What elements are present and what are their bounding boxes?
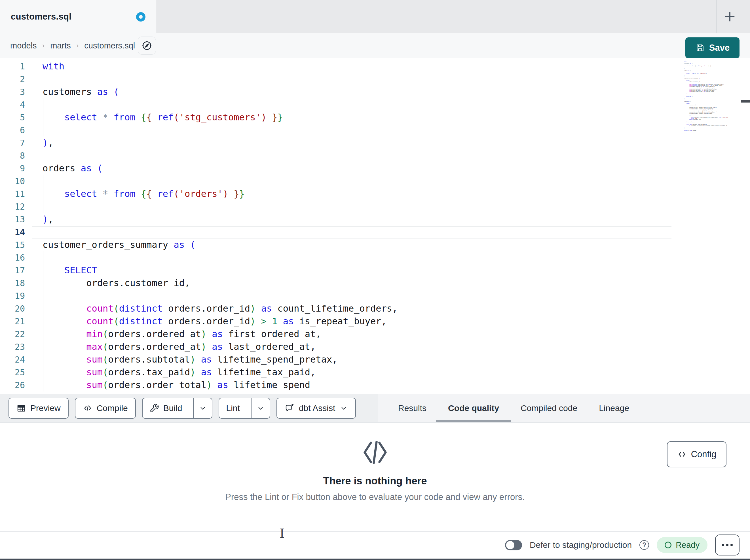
line-number: 4 [0, 98, 25, 111]
defer-label: Defer to staging/production [530, 540, 632, 550]
code-line[interactable]: customer_orders_summary as ( [42, 238, 397, 251]
unsaved-changes-indicator-icon [136, 12, 145, 22]
window-bottom-edge [0, 559, 750, 560]
compile-button[interactable]: Compile [75, 398, 136, 419]
code-line[interactable]: count(distinct orders.order_id) as count… [42, 302, 397, 315]
compass-icon [141, 40, 153, 51]
save-button-label: Save [709, 43, 730, 53]
config-button[interactable]: Config [667, 441, 727, 468]
line-number: 22 [0, 328, 25, 340]
code-line[interactable]: orders as ( [42, 162, 397, 175]
ellipsis-icon [722, 544, 724, 546]
code-line[interactable] [42, 175, 397, 188]
breadcrumb-bar: models › marts › customers.sql [0, 33, 750, 58]
preview-button[interactable]: Preview [8, 398, 68, 419]
save-button[interactable]: Save [685, 37, 739, 58]
code-line[interactable]: max(orders.ordered_at) as last_ordered_a… [42, 340, 397, 353]
scrollbar-track [740, 58, 741, 394]
code-line[interactable] [42, 124, 397, 137]
code-line[interactable]: sum(orders.subtotal) as lifetime_spend_p… [42, 353, 397, 366]
file-navigate-button[interactable] [138, 37, 156, 55]
lint-dropdown-button[interactable] [251, 398, 270, 418]
code-line[interactable]: select * from {{ ref('stg_customers') }} [42, 111, 397, 124]
code-line[interactable] [42, 251, 397, 264]
line-number: 2 [0, 73, 25, 86]
tab-compiled-code[interactable]: Compiled code [520, 394, 577, 422]
tab-lineage[interactable]: Lineage [599, 394, 629, 422]
code-line[interactable]: min(orders.ordered_at) as first_ordered_… [42, 328, 397, 340]
code-line[interactable]: ), [42, 137, 397, 149]
code-brackets-icon [83, 403, 93, 413]
bottom-toolbar: Preview Compile Build [0, 394, 750, 422]
dbt-assist-button[interactable]: dbt Assist [276, 398, 356, 419]
line-number: 26 [0, 379, 25, 392]
line-number: 10 [0, 175, 25, 188]
code-line[interactable] [42, 98, 397, 111]
status-circle-icon [665, 542, 671, 548]
code-line[interactable]: customers as ( [42, 86, 397, 98]
build-button[interactable]: Build [143, 398, 189, 418]
lint-label: Lint [226, 403, 240, 413]
empty-state-subtitle: Press the Lint or Fix button above to ev… [0, 492, 750, 502]
line-number: 17 [0, 264, 25, 277]
code-content[interactable]: withcustomers as ( select * from {{ ref(… [42, 60, 397, 392]
empty-state-title: There is nothing here [0, 475, 750, 487]
toggle-knob [506, 541, 514, 549]
lint-button[interactable]: Lint [219, 398, 246, 418]
new-tab-button[interactable] [723, 9, 737, 24]
build-split-button: Build [142, 398, 213, 419]
code-line[interactable]: SELECT [42, 264, 397, 277]
code-line[interactable]: ), [42, 213, 397, 226]
line-number: 9 [0, 162, 25, 175]
tab-results[interactable]: Results [398, 394, 427, 422]
tab-title: customers.sql [11, 12, 72, 22]
code-editor[interactable]: 1234567891011121314151617181920212223242… [0, 58, 750, 394]
tab-code-quality[interactable]: Code quality [448, 394, 499, 422]
code-line[interactable] [42, 226, 397, 238]
code-slash-icon [0, 438, 750, 466]
code-line[interactable]: sum(orders.tax_paid) as lifetime_tax_pai… [42, 366, 397, 379]
build-dropdown-button[interactable] [193, 398, 212, 418]
build-label: Build [163, 403, 182, 413]
action-buttons: Preview Compile Build [8, 398, 356, 419]
more-options-button[interactable] [715, 535, 739, 556]
ide-status-badge[interactable]: Ready [657, 537, 708, 553]
line-number: 3 [0, 86, 25, 98]
question-circle-icon[interactable]: ? [639, 540, 649, 550]
code-line[interactable]: count(distinct orders.order_id) > 1 as i… [42, 315, 397, 328]
line-number: 13 [0, 213, 25, 226]
chevron-down-icon [198, 404, 207, 412]
panel-tabs: Results Code quality Compiled code Linea… [398, 394, 629, 422]
line-number: 5 [0, 111, 25, 124]
i-beam-cursor: I [280, 527, 284, 540]
editor-tab-bar: customers.sql [0, 0, 750, 33]
breadcrumb-marts[interactable]: marts [50, 41, 71, 50]
chevron-right-icon: › [42, 42, 45, 49]
line-number: 19 [0, 290, 25, 302]
code-line[interactable] [42, 149, 397, 162]
scrollbar-thumb[interactable] [741, 100, 750, 103]
code-quality-panel: There is nothing here Press the Lint or … [0, 422, 750, 531]
code-line[interactable] [42, 200, 397, 213]
tab-code-quality-label: Code quality [448, 403, 499, 413]
breadcrumb-models[interactable]: models [10, 41, 37, 50]
tab-compiled-code-label: Compiled code [520, 403, 577, 413]
chevron-right-icon: › [77, 42, 79, 49]
tab-customers-sql[interactable]: customers.sql [0, 0, 157, 33]
line-number: 8 [0, 149, 25, 162]
breadcrumb-file[interactable]: customers.sql [84, 41, 135, 50]
defer-toggle[interactable] [505, 540, 522, 551]
editor-minimap[interactable]: with customers as ( select * from {{ ref… [684, 61, 739, 185]
line-number: 21 [0, 315, 25, 328]
code-line[interactable]: with [42, 60, 397, 73]
floppy-disk-icon [695, 43, 705, 53]
breadcrumb: models › marts › customers.sql [10, 33, 135, 58]
code-line[interactable]: select * from {{ ref('orders') }} [42, 188, 397, 200]
line-number-gutter: 1234567891011121314151617181920212223242… [0, 60, 25, 392]
code-line[interactable] [42, 290, 397, 302]
code-line[interactable]: orders.customer_id, [42, 277, 397, 290]
line-number: 24 [0, 353, 25, 366]
compile-label: Compile [97, 403, 128, 413]
code-line[interactable] [42, 73, 397, 86]
code-line[interactable]: sum(orders.order_total) as lifetime_spen… [42, 379, 397, 392]
